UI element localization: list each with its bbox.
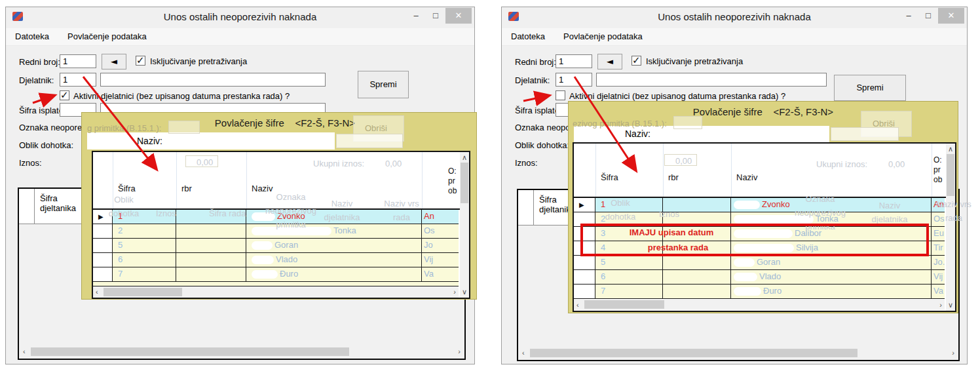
cell-extra[interactable]: Vij [422, 253, 459, 267]
titlebar[interactable]: Unos ostalih neoporezivih naknada – □ ✕ [6, 7, 474, 28]
djelatnik-code-input[interactable] [60, 73, 96, 87]
header-sifra[interactable]: Šifra [118, 184, 136, 193]
table-row[interactable]: ▶ 1 Zvonko An [93, 210, 459, 224]
spremi-button[interactable]: Spremi [358, 71, 409, 98]
header-rbr[interactable]: rbr [181, 184, 192, 193]
aktivni-djelatnici-checkbox[interactable] [556, 90, 565, 100]
cell-naziv[interactable]: Đuro [731, 285, 932, 298]
header-naziv[interactable]: Naziv [736, 172, 758, 182]
cell-naziv[interactable]: Tonka [246, 224, 422, 238]
cell-naziv[interactable]: Vlado [731, 270, 932, 284]
cell-rbr[interactable] [176, 224, 246, 238]
scroll-right-icon[interactable]: › [453, 288, 456, 296]
cell-extra[interactable]: An [932, 198, 945, 212]
cell-naziv[interactable]: Goran [246, 239, 422, 252]
parent-hscrollbar[interactable]: ‹ › [20, 346, 463, 357]
scroll-thumb[interactable] [31, 347, 349, 356]
cell-naziv[interactable]: Zvonko [246, 210, 422, 224]
parent-hscrollbar[interactable]: ‹ › [519, 347, 957, 359]
scroll-up-icon[interactable]: ∧ [462, 154, 467, 161]
menu-povlacenje-podataka[interactable]: Povlačenje podataka [554, 28, 652, 45]
djelatnik-name-input[interactable] [100, 73, 326, 87]
scroll-right-icon[interactable]: › [939, 302, 942, 309]
close-button[interactable]: ✕ [445, 8, 472, 24]
scroll-thumb[interactable] [530, 349, 857, 357]
cell-naziv[interactable]: Goran [731, 256, 932, 269]
djelatnik-code-input[interactable] [556, 73, 592, 87]
header-rbr[interactable]: rbr [668, 172, 679, 182]
close-button[interactable]: ✕ [938, 8, 964, 24]
minimize-button[interactable]: – [406, 8, 426, 24]
header-naziv[interactable]: Naziv [252, 184, 273, 193]
cell-extra[interactable]: Eu [932, 227, 945, 241]
cell-extra[interactable]: Tir [932, 241, 945, 255]
cell-extra[interactable]: Jo [422, 239, 459, 252]
aktivni-djelatnici-checkbox[interactable] [60, 90, 69, 100]
menu-datoteka[interactable]: Datoteka [6, 28, 58, 45]
cell-rbr[interactable] [176, 210, 246, 224]
scroll-up-icon[interactable]: ∧ [948, 146, 953, 153]
grid-vscrollbar[interactable]: ∧ ∨ [460, 152, 469, 298]
cell-extra[interactable]: Va [422, 267, 459, 281]
minimize-button[interactable]: – [899, 8, 918, 24]
cell-extra[interactable]: Os [422, 224, 459, 238]
scroll-right-icon[interactable]: › [952, 349, 954, 357]
cell-rbr[interactable] [663, 285, 731, 298]
naziv-input[interactable] [336, 134, 403, 148]
iskljucivanje-checkbox[interactable] [631, 56, 641, 66]
cell-sifra[interactable]: 1 [113, 210, 176, 224]
scroll-right-icon[interactable]: › [458, 348, 461, 355]
redni-broj-input[interactable] [556, 54, 592, 68]
cell-naziv[interactable]: Vlado [246, 253, 422, 267]
cell-extra[interactable]: Os [932, 212, 945, 226]
djelatnik-name-input[interactable] [596, 73, 827, 87]
cell-rbr[interactable] [663, 198, 731, 212]
maximize-button[interactable]: □ [918, 8, 938, 24]
scroll-left-icon[interactable]: ‹ [522, 349, 525, 357]
cell-rbr[interactable] [663, 256, 731, 269]
titlebar[interactable]: Unos ostalih neoporezivih naknada – □ ✕ [502, 7, 967, 28]
table-row[interactable]: ▶ 1 Zvonko An [574, 198, 945, 212]
table-row[interactable]: ▶ 2 Tonka Os [93, 224, 459, 239]
table-row[interactable]: ▶ 5 Goran Jo [93, 239, 459, 253]
nav-arrow-button[interactable]: ◄ [597, 54, 622, 69]
iskljucivanje-checkbox[interactable] [136, 56, 145, 66]
cell-naziv[interactable]: Đuro [246, 267, 422, 281]
cell-sifra[interactable]: 6 [595, 270, 663, 284]
nav-arrow-button[interactable]: ◄ [102, 54, 126, 69]
table-row[interactable]: ▶ 5 Goran Jo. [574, 256, 945, 270]
cell-sifra[interactable]: 2 [113, 224, 176, 238]
cell-rbr[interactable] [176, 239, 246, 252]
lookup-grid[interactable]: Šifra rbr Naziv O: pr ob 0,00 Ukupni izn… [92, 151, 470, 299]
table-row[interactable]: ▶ 7 Đuro Va [574, 285, 945, 299]
scroll-left-icon[interactable]: ‹ [576, 302, 579, 309]
maximize-button[interactable]: □ [426, 8, 445, 24]
menu-povlacenje-podataka[interactable]: Povlačenje podataka [58, 28, 156, 45]
grid-vscrollbar[interactable]: ∧ ∨ [946, 144, 955, 311]
menu-datoteka[interactable]: Datoteka [502, 28, 554, 45]
scroll-thumb[interactable] [584, 300, 664, 309]
cell-naziv[interactable]: Zvonko [731, 198, 932, 212]
table-row[interactable]: ▶ 6 Vlado Vij [93, 253, 459, 267]
cell-rbr[interactable] [176, 267, 246, 281]
table-row[interactable]: ▶ 6 Vlado Vij [574, 270, 945, 285]
cell-sifra[interactable]: 6 [113, 253, 176, 267]
redni-broj-input[interactable] [60, 54, 96, 68]
cell-sifra[interactable]: 5 [113, 239, 176, 252]
cell-extra[interactable]: Va [932, 285, 945, 298]
cell-sifra[interactable]: 1 [595, 198, 663, 212]
cell-sifra[interactable]: 7 [113, 267, 176, 281]
cell-sifra[interactable]: 5 [595, 256, 663, 269]
naziv-input[interactable] [831, 127, 899, 141]
table-row[interactable]: ▶ 7 Đuro Va [93, 267, 459, 282]
scroll-thumb[interactable] [461, 163, 468, 203]
cell-rbr[interactable] [176, 253, 246, 267]
scroll-down-icon[interactable]: ∨ [948, 302, 953, 309]
scroll-left-icon[interactable]: ‹ [96, 288, 98, 296]
grid-hscrollbar[interactable]: ‹ › [574, 300, 945, 310]
cell-sifra[interactable]: 7 [595, 285, 663, 298]
header-sifra[interactable]: Šifra [601, 172, 618, 182]
cell-rbr[interactable] [663, 270, 731, 284]
spremi-button[interactable]: Spremi [834, 75, 906, 101]
grid-hscrollbar[interactable]: ‹ › [93, 286, 459, 298]
